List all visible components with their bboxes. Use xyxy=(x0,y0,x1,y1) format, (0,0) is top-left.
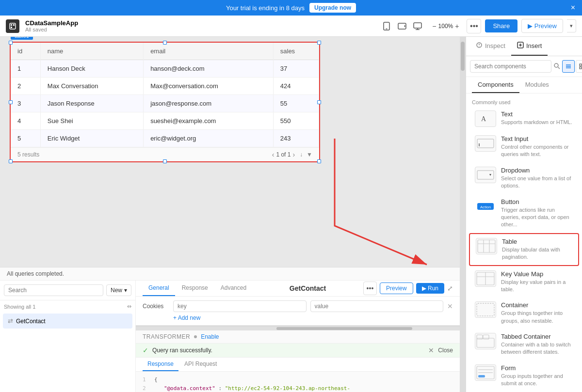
table-row: 4Sue Sheisueshei@example.com550 xyxy=(11,112,319,130)
share-button[interactable]: Share xyxy=(485,19,517,32)
showing-label: Showing all 1 ⇔ xyxy=(0,300,135,313)
resize-handle-mr[interactable] xyxy=(317,100,321,104)
components-tab[interactable]: Components xyxy=(472,77,519,93)
download-icon[interactable]: ↓ xyxy=(300,151,303,158)
component-desc: Control other components or queries with… xyxy=(501,143,573,158)
new-dropdown-icon: ▾ xyxy=(124,287,127,294)
enable-button[interactable]: Enable xyxy=(201,333,219,340)
query-expand-button[interactable]: ⤢ xyxy=(447,284,453,292)
tab-response[interactable]: Response xyxy=(176,281,214,296)
component-icon-kv-map xyxy=(475,270,496,287)
h-scrollbar-thumb[interactable] xyxy=(276,327,412,330)
cookie-value-input[interactable] xyxy=(310,300,444,312)
component-item-dropdown[interactable]: Dropdown Select one value from a list of… xyxy=(469,163,579,194)
component-item-table[interactable]: Table Display tabular data with paginati… xyxy=(469,233,579,266)
app-logo xyxy=(6,19,19,33)
response-success-bar: ✓ Query ran successfully. ✕ Close xyxy=(136,344,460,358)
component-item-key-value-map[interactable]: Key Value Map Display key value pairs in… xyxy=(469,267,579,298)
component-item-container[interactable]: Container Group things together into gro… xyxy=(469,298,579,329)
component-info: Container Group things together into gro… xyxy=(501,301,573,325)
component-item-tabbed-container[interactable]: Tabbed Container Container with a tab to… xyxy=(469,329,579,360)
device-icons xyxy=(380,19,424,33)
tab-inspect[interactable]: Inspect xyxy=(470,37,511,56)
tab-insert[interactable]: Insert xyxy=(511,37,548,56)
commonly-used-label: Commonly used xyxy=(466,97,582,106)
more-options-button[interactable]: ••• xyxy=(467,19,481,33)
table-cell: jason@response.com xyxy=(144,95,274,112)
zoom-in-button[interactable]: + xyxy=(455,22,459,30)
desktop-icon[interactable] xyxy=(411,19,424,33)
query-run-button[interactable]: ▶ Run xyxy=(416,283,444,294)
list-view-button[interactable] xyxy=(562,60,575,73)
component-item-button[interactable]: Action Button Trigger actions like run q… xyxy=(469,194,579,233)
response-tab-api[interactable]: API Request xyxy=(179,358,222,371)
canvas-scrollbar[interactable] xyxy=(460,37,466,392)
tablet-icon[interactable] xyxy=(395,19,409,33)
filter-options-icon[interactable]: ⇔ xyxy=(127,303,131,310)
table-cell: 4 xyxy=(11,112,40,130)
component-info: Table Display tabular data with paginati… xyxy=(502,238,572,261)
tab-advanced[interactable]: Advanced xyxy=(215,281,252,296)
table-cell: 550 xyxy=(273,112,319,130)
next-page-button[interactable]: › xyxy=(292,151,295,158)
component-icon-button: Action xyxy=(475,198,496,215)
col-id: id xyxy=(11,43,40,60)
resize-handle-tm[interactable] xyxy=(163,41,167,45)
banner-close-icon[interactable]: × xyxy=(571,3,575,12)
filter-icon[interactable]: ▼ xyxy=(307,151,312,158)
mobile-icon[interactable] xyxy=(380,19,393,33)
query-item-name: GetContact xyxy=(16,318,46,325)
response-tab-response[interactable]: Response xyxy=(143,358,178,371)
zoom-controls: − 100% + xyxy=(432,22,459,30)
svg-rect-43 xyxy=(477,335,483,339)
component-tabs: Components Modules xyxy=(466,77,582,94)
zoom-out-button[interactable]: − xyxy=(432,22,436,30)
query-list: ⇄ GetContact xyxy=(0,313,135,392)
close-response-button[interactable]: Close xyxy=(438,347,453,354)
h-scrollbar[interactable] xyxy=(136,326,460,330)
transformer-label: TRANSFORMER xyxy=(143,333,190,340)
component-name: Table xyxy=(502,238,572,245)
resize-handle-bl[interactable] xyxy=(9,159,13,163)
resize-handle-bm[interactable] xyxy=(163,159,167,163)
query-item-getcontact[interactable]: ⇄ GetContact xyxy=(3,314,132,329)
svg-rect-2 xyxy=(13,24,15,26)
upgrade-button[interactable]: Upgrade now xyxy=(309,3,356,13)
component-info: Tabbed Container Container with a tab to… xyxy=(501,333,573,356)
query-preview-button[interactable]: Preview xyxy=(380,282,413,294)
new-query-button[interactable]: New ▾ xyxy=(106,284,131,296)
resize-handle-ml[interactable] xyxy=(9,100,13,104)
response-tabs: Response API Request xyxy=(136,358,460,372)
resize-handle-tr[interactable] xyxy=(317,41,321,45)
svg-text:Action: Action xyxy=(480,205,491,209)
canvas-scrollbar-thumb[interactable] xyxy=(461,42,465,71)
query-search: New ▾ xyxy=(0,281,135,300)
query-more-button[interactable]: ••• xyxy=(363,282,377,295)
cookie-key-input[interactable] xyxy=(173,300,307,312)
response-section: ✓ Query ran successfully. ✕ Close Respon… xyxy=(136,344,460,392)
add-cookie-link[interactable]: + Add new xyxy=(173,314,200,321)
resize-handle-tl[interactable] xyxy=(9,41,13,45)
prev-page-button[interactable]: ‹ xyxy=(272,151,275,158)
query-tabs: General Response Advanced GetContact •••… xyxy=(136,281,460,297)
query-actions: ••• Preview ▶ Run ⤢ xyxy=(363,282,453,295)
query-sidebar: New ▾ Showing all 1 ⇔ ⇄ GetContact xyxy=(0,281,136,392)
preview-dropdown-button[interactable]: ▾ xyxy=(567,19,576,32)
resize-handle-br[interactable] xyxy=(317,159,321,163)
table-row: 2Max ConversationMax@conversation.com424 xyxy=(11,78,319,95)
grid-view-button[interactable] xyxy=(576,60,582,73)
canvas-table-widget[interactable]: table1 id name email sales xyxy=(10,42,320,162)
modules-tab[interactable]: Modules xyxy=(519,77,555,93)
component-desc: Group inputs together and submit at once… xyxy=(501,373,573,388)
query-search-input[interactable] xyxy=(4,284,103,296)
cookie-close-icon[interactable]: ✕ xyxy=(447,302,453,310)
component-item-form[interactable]: Form Group inputs together and submit at… xyxy=(469,361,579,392)
preview-button[interactable]: ▶ Preview xyxy=(521,19,563,33)
success-message: Query ran successfully. xyxy=(152,347,212,354)
component-search-input[interactable] xyxy=(470,60,551,73)
component-item-text[interactable]: A Text Supports markdown or HTML. xyxy=(469,107,579,131)
tab-general[interactable]: General xyxy=(143,281,175,296)
component-item-text-input[interactable]: Text Input Control other components or q… xyxy=(469,131,579,162)
component-info: Text Input Control other components or q… xyxy=(501,135,573,158)
col-email: email xyxy=(144,43,274,60)
